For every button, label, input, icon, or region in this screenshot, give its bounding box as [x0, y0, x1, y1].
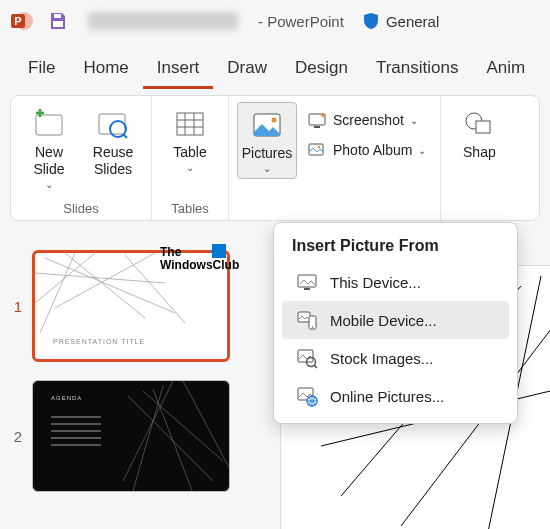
menu-mobile-device[interactable]: Mobile Device...	[282, 301, 509, 339]
pictures-dropdown: Insert Picture From This Device... Mobil…	[273, 222, 518, 424]
chevron-down-icon: ⌄	[410, 115, 418, 126]
photo-album-icon	[307, 140, 327, 160]
svg-rect-8	[177, 113, 203, 135]
this-device-icon	[296, 271, 318, 293]
group-tables: Table ⌄ Tables	[152, 96, 229, 220]
new-slide-button[interactable]: New Slide ⌄	[19, 102, 79, 194]
new-slide-label: New Slide	[21, 144, 77, 178]
svg-rect-13	[314, 126, 320, 128]
thumbnail-number: 2	[8, 428, 22, 445]
tab-design[interactable]: Design	[281, 52, 362, 89]
screenshot-icon	[307, 110, 327, 130]
app-name: - PowerPoint	[258, 13, 344, 30]
photo-album-button[interactable]: Photo Album ⌄	[301, 136, 432, 164]
ribbon: New Slide ⌄ Reuse Slides Slides Table ⌄ …	[10, 95, 540, 221]
windows-logo-icon	[212, 244, 226, 258]
tab-draw[interactable]: Draw	[213, 52, 281, 89]
table-icon	[172, 106, 208, 142]
watermark-line2: WindowsClub	[160, 259, 239, 272]
reuse-slides-label: Reuse Slides	[85, 144, 141, 178]
ribbon-tabs: File Home Insert Draw Design Transitions…	[0, 42, 550, 89]
group-images: Pictures ⌄ Screenshot ⌄ Photo Album ⌄	[229, 96, 440, 220]
pictures-icon	[249, 107, 285, 143]
group-tables-label: Tables	[171, 199, 209, 216]
group-slides: New Slide ⌄ Reuse Slides Slides	[11, 96, 152, 220]
title-bar: P - PowerPoint General	[0, 0, 550, 42]
menu-stock-images-label: Stock Images...	[330, 350, 433, 367]
online-pictures-icon	[296, 385, 318, 407]
menu-mobile-device-label: Mobile Device...	[330, 312, 437, 329]
document-title-blurred	[88, 12, 238, 30]
tab-home[interactable]: Home	[69, 52, 142, 89]
thumbnail-number: 1	[8, 298, 22, 315]
slide-thumbnail-2[interactable]: AGENDA	[32, 380, 230, 492]
mobile-device-icon	[296, 309, 318, 331]
menu-this-device[interactable]: This Device...	[282, 263, 509, 301]
group-slides-label: Slides	[63, 199, 98, 216]
screenshot-label: Screenshot	[333, 112, 404, 128]
slide-1-title: PRESENTATION TITLE	[53, 338, 145, 345]
menu-online-pictures-label: Online Pictures...	[330, 388, 444, 405]
svg-rect-4	[53, 21, 63, 27]
svg-point-10	[272, 118, 277, 123]
tab-file[interactable]: File	[14, 52, 69, 89]
tab-animations[interactable]: Anim	[472, 52, 539, 89]
tab-transitions[interactable]: Transitions	[362, 52, 473, 89]
thumbnail-row: 2 AGENDA	[8, 380, 268, 492]
table-button[interactable]: Table ⌄	[160, 102, 220, 177]
watermark: The WindowsClub	[160, 246, 239, 272]
chevron-down-icon: ⌄	[418, 145, 426, 156]
svg-rect-20	[298, 312, 310, 322]
powerpoint-icon: P	[10, 9, 34, 33]
shapes-button[interactable]: Shap	[449, 102, 509, 165]
tab-insert[interactable]: Insert	[143, 52, 214, 89]
menu-this-device-label: This Device...	[330, 274, 421, 291]
new-slide-icon	[31, 106, 67, 142]
sensitivity-text: General	[386, 13, 439, 30]
shapes-icon	[461, 106, 497, 142]
chevron-down-icon: ⌄	[45, 179, 53, 190]
svg-point-12	[321, 113, 325, 117]
svg-rect-5	[36, 115, 62, 135]
save-icon[interactable]	[46, 9, 70, 33]
reuse-slides-button[interactable]: Reuse Slides	[83, 102, 143, 182]
shield-icon	[362, 12, 380, 30]
sensitivity-label[interactable]: General	[362, 12, 439, 30]
svg-rect-3	[54, 14, 61, 18]
stock-images-icon	[296, 347, 318, 369]
chevron-down-icon: ⌄	[263, 163, 271, 174]
menu-online-pictures[interactable]: Online Pictures...	[282, 377, 509, 415]
dropdown-header: Insert Picture From	[278, 233, 513, 263]
slide-thumbnails: 1 PRESENTATION TITLE 2 AGENDA	[8, 250, 268, 510]
svg-rect-17	[476, 121, 490, 133]
chevron-down-icon: ⌄	[186, 162, 194, 173]
svg-point-22	[312, 326, 314, 328]
svg-rect-23	[298, 350, 313, 362]
table-label: Table	[173, 144, 206, 161]
slide-2-title: AGENDA	[51, 395, 82, 401]
svg-rect-18	[298, 275, 316, 287]
reuse-slides-icon	[95, 106, 131, 142]
group-illustrations: Shap	[440, 96, 517, 220]
screenshot-button[interactable]: Screenshot ⌄	[301, 106, 432, 134]
svg-rect-19	[304, 288, 310, 290]
shapes-label: Shap	[463, 144, 496, 161]
svg-text:P: P	[14, 15, 21, 27]
pictures-label: Pictures	[242, 145, 293, 162]
photo-album-label: Photo Album	[333, 142, 412, 158]
svg-point-15	[318, 146, 320, 148]
group-images-label	[333, 199, 337, 216]
pictures-button[interactable]: Pictures ⌄	[237, 102, 297, 179]
menu-stock-images[interactable]: Stock Images...	[282, 339, 509, 377]
